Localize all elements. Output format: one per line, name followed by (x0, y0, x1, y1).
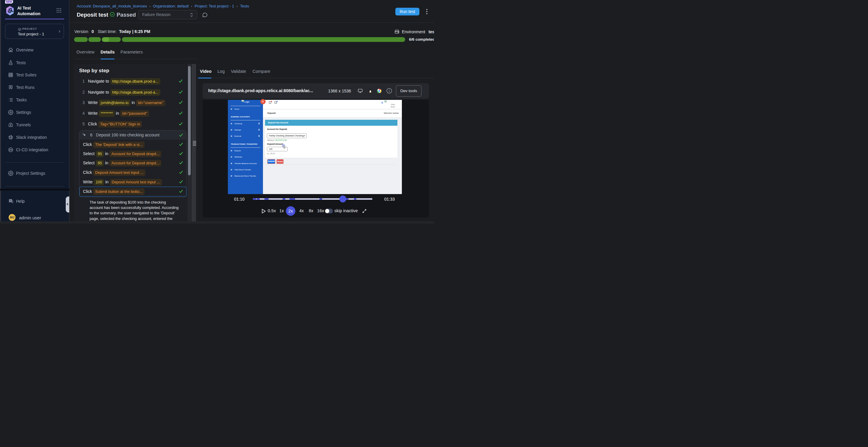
svg-text:?: ? (9, 199, 11, 202)
